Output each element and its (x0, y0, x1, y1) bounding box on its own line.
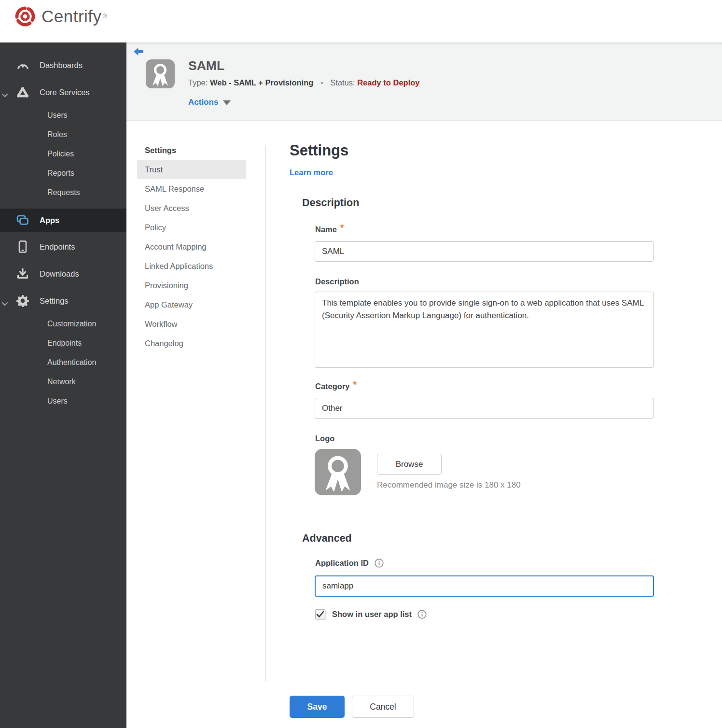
sidebar-item-label: Downloads (40, 269, 79, 279)
subnav-item-workflow[interactable]: Workflow (137, 314, 246, 334)
subnav-item-trust[interactable]: Trust (137, 160, 246, 179)
sidebar-item-users-settings[interactable]: Users (0, 392, 126, 411)
sidebar-item-downloads[interactable]: Downloads (0, 262, 126, 285)
type-value: Web - SAML + Provisioning (210, 78, 313, 87)
subnav-item-label: Linked Applications (145, 262, 213, 271)
application-id-input[interactable] (315, 575, 654, 597)
sidebar-item-core-services[interactable]: Core Services (0, 81, 126, 104)
subnav-item-account-mapping[interactable]: Account Mapping (137, 237, 246, 256)
settings-submenu: Customization Endpoints Authentication N… (0, 314, 126, 411)
required-asterisk: * (340, 223, 344, 233)
save-button[interactable]: Save (290, 696, 345, 718)
required-asterisk: * (353, 379, 357, 390)
subnav-title: Settings (137, 142, 246, 160)
logo-size-hint: Recommended image size is 180 x 180 (377, 480, 521, 490)
meta-separator: • (320, 78, 323, 87)
name-label-text: Name (315, 225, 337, 234)
name-label: Name * (315, 224, 344, 235)
learn-more-link[interactable]: Learn more (290, 168, 333, 177)
description-label: Description (315, 277, 359, 286)
sidebar-item-label: Dashboards (40, 61, 83, 70)
sidebar-item-label: Roles (47, 130, 67, 139)
sidebar-item-label: Reports (47, 169, 74, 178)
sidebar-item-label: Endpoints (40, 242, 75, 252)
sidebar-item-settings[interactable]: Settings (0, 289, 126, 312)
brand-trademark: ® (103, 13, 107, 20)
sidebar-item-roles[interactable]: Roles (0, 125, 126, 144)
sidebar-item-reports[interactable]: Reports (0, 164, 126, 183)
checkmark-icon (316, 611, 324, 618)
subnav-item-app-gateway[interactable]: App Gateway (137, 295, 246, 314)
subnav-item-label: Trust (145, 165, 163, 174)
sidebar-item-label: Users (47, 397, 68, 406)
application-id-label: Application ID (315, 559, 384, 568)
subnav-item-saml-response[interactable]: SAML Response (137, 179, 246, 198)
advanced-section-heading: Advanced (302, 532, 352, 545)
actions-label: Actions (188, 98, 218, 107)
chevron-down-icon (2, 90, 8, 99)
page-title: Settings (290, 142, 348, 159)
description-textarea[interactable]: This template enables you to provide sin… (315, 292, 654, 368)
sidebar-item-requests[interactable]: Requests (0, 183, 126, 202)
subnav-item-label: SAML Response (145, 184, 204, 194)
sidebar-item-network[interactable]: Network (0, 372, 126, 392)
info-icon[interactable] (375, 559, 384, 568)
subnav-item-label: Policy (145, 223, 166, 232)
subnav-item-provisioning[interactable]: Provisioning (137, 276, 246, 295)
cancel-button[interactable]: Cancel (352, 696, 414, 718)
status-value: Ready to Deploy (357, 78, 419, 87)
description-label-text: Description (315, 277, 359, 286)
sidebar-item-label: Settings (40, 296, 69, 306)
sidebar-item-users[interactable]: Users (0, 106, 126, 125)
status-label: Status: (330, 78, 355, 87)
download-icon (16, 268, 29, 280)
core-services-submenu: Users Roles Policies Reports Requests (0, 106, 126, 202)
subnav-item-linked-applications[interactable]: Linked Applications (137, 256, 246, 276)
apps-icon (16, 215, 29, 225)
show-in-user-app-list-checkbox[interactable] (315, 609, 325, 619)
subnav-item-label: Account Mapping (145, 242, 207, 252)
caret-down-icon (223, 100, 231, 105)
subnav-item-label: User Access (145, 204, 189, 213)
subnav-item-policy[interactable]: Policy (137, 218, 246, 237)
sidebar-item-apps[interactable]: Apps (0, 209, 126, 232)
centrify-swirl-icon (14, 5, 37, 28)
app-logo-preview (315, 449, 361, 495)
sidebar-item-dashboards[interactable]: Dashboards (0, 54, 126, 77)
category-input[interactable] (315, 398, 654, 419)
top-bar: Centrify ® (0, 0, 722, 42)
browse-button[interactable]: Browse (377, 454, 442, 475)
back-arrow-icon[interactable] (133, 47, 144, 56)
info-icon[interactable] (417, 610, 427, 619)
app-settings-nav: Settings Trust SAML Response User Access… (137, 142, 246, 353)
brand-name: Centrify (42, 7, 102, 26)
sidebar-item-label: Users (47, 111, 68, 120)
ribbon-icon (315, 449, 361, 495)
sidebar-item-policies[interactable]: Policies (0, 144, 126, 164)
sidebar-item-endpoints[interactable]: Endpoints (0, 235, 126, 258)
sidebar-item-label: Policies (47, 150, 74, 158)
sidebar-item-endpoints-settings[interactable]: Endpoints (0, 334, 126, 353)
subnav-item-label: Workflow (145, 320, 178, 329)
chevron-down-icon (2, 299, 8, 308)
gauge-icon (16, 59, 29, 71)
show-in-user-app-list-label: Show in user app list (332, 610, 412, 619)
subnav-item-changelog[interactable]: Changelog (137, 334, 246, 353)
sidebar-item-label: Apps (40, 216, 59, 225)
centrify-logo: Centrify ® (14, 5, 107, 28)
sidebar-nav: Dashboards Core Services Users Roles Pol… (0, 42, 126, 728)
smartphone-icon (16, 240, 29, 253)
category-label: Category * (315, 381, 357, 392)
name-input[interactable] (315, 241, 654, 262)
sidebar-item-customization[interactable]: Customization (0, 314, 126, 334)
actions-dropdown[interactable]: Actions (188, 98, 231, 107)
category-label-text: Category (315, 382, 350, 391)
sidebar-item-label: Authentication (47, 358, 96, 367)
show-in-user-app-list-row: Show in user app list (315, 609, 427, 619)
subnav-item-label: Changelog (145, 339, 183, 348)
subnav-item-user-access[interactable]: User Access (137, 198, 246, 218)
sidebar-item-label: Core Services (40, 88, 90, 97)
sidebar-item-authentication[interactable]: Authentication (0, 353, 126, 372)
description-section-heading: Description (302, 197, 359, 209)
type-label: Type: (188, 78, 208, 87)
